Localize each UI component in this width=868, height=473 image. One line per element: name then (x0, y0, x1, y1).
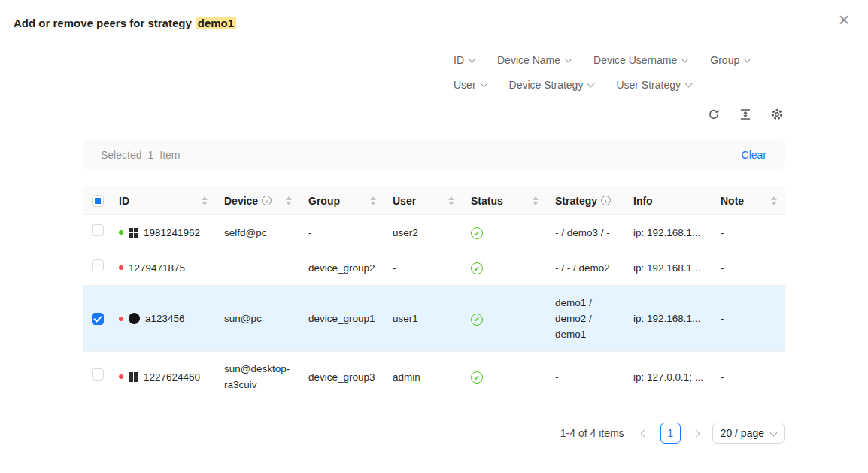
status-ok-icon (471, 314, 483, 326)
row-checkbox[interactable] (92, 259, 104, 271)
peer-id: 1981241962 (144, 225, 200, 241)
filter-user-strategy-label: User Strategy (616, 79, 681, 91)
header-group[interactable]: Group (299, 186, 384, 215)
header-user-label: User (393, 195, 416, 207)
peer-note: - (712, 352, 785, 402)
selection-count: 1 (147, 149, 153, 161)
peers-table: ID Device Group (83, 186, 785, 402)
filter-device-name[interactable]: Device Name (497, 54, 571, 66)
peer-id: 1227624460 (144, 369, 200, 385)
header-device[interactable]: Device (215, 186, 299, 215)
select-all-checkbox[interactable] (92, 195, 104, 207)
peer-user: user2 (384, 215, 462, 250)
header-note[interactable]: Note (712, 186, 785, 215)
filter-bar: ID Device Name Device Username Group Use… (454, 54, 850, 91)
filter-row-2: User Device Strategy User Strategy (454, 79, 850, 91)
peer-strategy: - / - / demo2 (546, 250, 624, 286)
filter-device-strategy[interactable]: Device Strategy (509, 79, 594, 91)
prev-page-icon[interactable] (636, 424, 653, 442)
peer-strategy: - / demo3 / - (546, 215, 624, 250)
add-remove-peers-dialog: Add or remove peers for strategydemo1 ID… (0, 0, 868, 473)
filter-row-1: ID Device Name Device Username Group (454, 54, 850, 66)
table-row: 1279471875 device_group2 - - / - / demo2… (83, 250, 785, 286)
sort-icon (286, 196, 293, 205)
row-checkbox[interactable] (92, 368, 104, 381)
header-status-label: Status (471, 195, 503, 207)
online-status-dot (119, 230, 123, 235)
info-circle-icon (262, 196, 272, 205)
table-toolbar (83, 107, 785, 122)
status-ok-icon (471, 262, 483, 274)
filter-user[interactable]: User (454, 79, 487, 91)
column-height-icon[interactable] (738, 107, 753, 122)
page-size-value: 20 / page (721, 427, 764, 439)
filter-id-label: ID (454, 54, 464, 66)
peer-id: 1279471875 (129, 260, 185, 276)
peer-info: ip: 192.168.1... (624, 215, 712, 250)
offline-status-dot (119, 317, 123, 321)
close-icon[interactable] (833, 9, 854, 30)
filter-user-label: User (454, 79, 476, 91)
info-circle-icon (601, 196, 611, 205)
peer-info: ip: 127.0.0.1; ... (624, 352, 712, 402)
modal-title-text: Add or remove peers for strategy (14, 17, 192, 29)
peer-note: - (712, 250, 785, 286)
table-row: 1227624460 sun@desktop-ra3cuiv device_gr… (83, 352, 785, 402)
header-info-label: Info (633, 195, 653, 207)
peer-info: ip: 192.168.1... (624, 286, 712, 352)
header-id-label: ID (119, 195, 129, 207)
chevron-down-icon (681, 55, 689, 62)
peer-user: admin (384, 352, 462, 402)
filter-id[interactable]: ID (454, 54, 475, 66)
chevron-down-icon (565, 55, 572, 62)
table-header-row: ID Device Group (83, 186, 785, 215)
header-group-label: Group (308, 195, 340, 207)
chevron-down-icon (685, 80, 693, 87)
strategy-name-highlight: demo1 (196, 17, 236, 29)
windows-icon (129, 372, 138, 382)
filter-device-name-label: Device Name (497, 54, 560, 66)
filter-group[interactable]: Group (710, 54, 750, 66)
windows-icon (129, 228, 138, 238)
peer-device (215, 250, 299, 286)
pagination-total: 1-4 of 4 items (560, 427, 624, 439)
header-device-label: Device (224, 195, 258, 207)
sort-icon (370, 196, 378, 205)
header-id[interactable]: ID (110, 186, 215, 215)
row-checkbox[interactable] (92, 313, 104, 325)
offline-status-dot (119, 374, 123, 379)
next-page-icon[interactable] (688, 424, 705, 442)
peer-id: a123456 (145, 311, 185, 326)
header-status[interactable]: Status (462, 186, 546, 215)
header-note-label: Note (721, 195, 744, 207)
peer-device: sun@desktop-ra3cuiv (215, 352, 299, 402)
settings-gear-icon[interactable] (769, 107, 785, 122)
peer-info: ip: 192.168.1... (624, 250, 712, 286)
filter-user-strategy[interactable]: User Strategy (616, 79, 691, 91)
clear-selection-link[interactable]: Clear (742, 149, 766, 161)
header-info: Info (624, 186, 712, 215)
header-user[interactable]: User (384, 186, 462, 215)
sort-icon (202, 196, 209, 205)
selection-summary: Selected 1 Item (101, 149, 181, 161)
page-number-button[interactable]: 1 (660, 423, 681, 444)
header-strategy: Strategy (546, 186, 624, 215)
row-checkbox[interactable] (92, 224, 104, 236)
chevron-down-icon (480, 80, 487, 87)
peer-user: - (384, 250, 462, 286)
sort-icon (448, 196, 456, 205)
filter-device-username-label: Device Username (593, 54, 677, 66)
peer-group: device_group2 (299, 250, 384, 286)
peer-device: selfd@pc (215, 215, 299, 250)
page-size-select[interactable]: 20 / page (712, 423, 785, 444)
filter-device-username[interactable]: Device Username (593, 54, 687, 66)
filter-group-label: Group (710, 54, 739, 66)
peer-group: device_group1 (299, 286, 384, 352)
pagination: 1-4 of 4 items 1 20 / page (83, 423, 785, 444)
header-strategy-label: Strategy (555, 195, 597, 207)
header-select-all (83, 186, 110, 215)
reload-icon[interactable] (706, 107, 721, 122)
modal-title: Add or remove peers for strategydemo1 (14, 15, 850, 32)
chevron-down-icon (469, 55, 476, 62)
status-ok-icon (471, 227, 483, 239)
